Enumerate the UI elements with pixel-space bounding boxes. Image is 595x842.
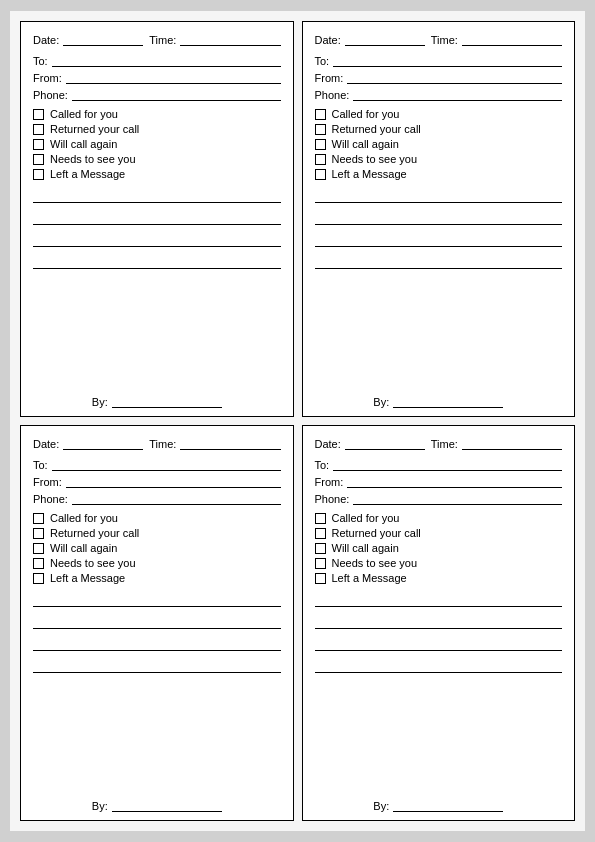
note-line-1[interactable] [315, 615, 563, 629]
checkbox-4[interactable] [315, 573, 326, 584]
to-field[interactable] [333, 53, 562, 67]
checkbox-1[interactable] [315, 124, 326, 135]
note-line-1[interactable] [33, 615, 281, 629]
from-label: From: [315, 476, 344, 488]
checkbox-row-2: Will call again [33, 542, 281, 554]
checkbox-2[interactable] [315, 139, 326, 150]
from-row: From: [33, 70, 281, 84]
by-field[interactable] [112, 798, 222, 812]
by-label: By: [92, 800, 108, 812]
from-field[interactable] [347, 70, 562, 84]
checkbox-4[interactable] [33, 169, 44, 180]
note-line-0[interactable] [315, 189, 563, 203]
note-line-2[interactable] [315, 233, 563, 247]
checkbox-1[interactable] [33, 124, 44, 135]
checkboxes-section: Called for youReturned your callWill cal… [33, 108, 281, 180]
phone-field[interactable] [353, 491, 562, 505]
date-field[interactable] [345, 436, 425, 450]
checkbox-1[interactable] [315, 528, 326, 539]
to-label: To: [33, 55, 48, 67]
checkbox-row-2: Will call again [33, 138, 281, 150]
checkbox-0[interactable] [33, 109, 44, 120]
date-field[interactable] [63, 32, 143, 46]
phone-row: Phone: [315, 491, 563, 505]
note-line-2[interactable] [33, 233, 281, 247]
checkbox-row-1: Returned your call [33, 527, 281, 539]
checkbox-0[interactable] [33, 513, 44, 524]
to-field[interactable] [52, 457, 281, 471]
to-label: To: [33, 459, 48, 471]
phone-row: Phone: [33, 491, 281, 505]
time-field[interactable] [462, 32, 562, 46]
page: Date:Time:To:From:Phone:Called for youRe… [10, 11, 585, 831]
date-section: Date: [33, 436, 143, 450]
checkbox-row-4: Left a Message [315, 168, 563, 180]
checkbox-2[interactable] [315, 543, 326, 554]
to-row: To: [315, 457, 563, 471]
checkbox-row-1: Returned your call [315, 123, 563, 135]
time-field[interactable] [180, 436, 280, 450]
note-line-0[interactable] [33, 593, 281, 607]
note-line-0[interactable] [33, 189, 281, 203]
checkbox-label-1: Returned your call [332, 527, 421, 539]
by-field[interactable] [393, 798, 503, 812]
checkbox-3[interactable] [315, 558, 326, 569]
by-field[interactable] [112, 394, 222, 408]
spacer [33, 272, 281, 387]
checkbox-3[interactable] [33, 154, 44, 165]
from-label: From: [33, 476, 62, 488]
notes-section [33, 189, 281, 269]
slip-4: Date:Time:To:From:Phone:Called for youRe… [302, 425, 576, 821]
checkbox-label-0: Called for you [332, 512, 400, 524]
phone-field[interactable] [72, 491, 281, 505]
checkbox-row-2: Will call again [315, 542, 563, 554]
note-line-3[interactable] [315, 659, 563, 673]
phone-field[interactable] [353, 87, 562, 101]
time-section: Time: [149, 436, 280, 450]
checkbox-3[interactable] [315, 154, 326, 165]
time-field[interactable] [462, 436, 562, 450]
note-line-1[interactable] [315, 211, 563, 225]
date-label: Date: [33, 34, 59, 46]
date-field[interactable] [63, 436, 143, 450]
time-field[interactable] [180, 32, 280, 46]
note-line-2[interactable] [315, 637, 563, 651]
phone-field[interactable] [72, 87, 281, 101]
checkbox-row-3: Needs to see you [315, 153, 563, 165]
date-field[interactable] [345, 32, 425, 46]
from-label: From: [33, 72, 62, 84]
slip-3: Date:Time:To:From:Phone:Called for youRe… [20, 425, 294, 821]
date-section: Date: [33, 32, 143, 46]
time-label: Time: [431, 34, 458, 46]
checkboxes-section: Called for youReturned your callWill cal… [33, 512, 281, 584]
to-row: To: [315, 53, 563, 67]
notes-section [33, 593, 281, 673]
note-line-3[interactable] [33, 659, 281, 673]
checkbox-1[interactable] [33, 528, 44, 539]
note-line-1[interactable] [33, 211, 281, 225]
phone-label: Phone: [33, 493, 68, 505]
spacer [315, 272, 563, 387]
note-line-3[interactable] [315, 255, 563, 269]
checkbox-4[interactable] [315, 169, 326, 180]
from-field[interactable] [66, 70, 281, 84]
checkbox-label-0: Called for you [50, 108, 118, 120]
note-line-0[interactable] [315, 593, 563, 607]
note-line-2[interactable] [33, 637, 281, 651]
checkbox-0[interactable] [315, 109, 326, 120]
checkbox-label-3: Needs to see you [50, 153, 136, 165]
to-field[interactable] [52, 53, 281, 67]
checkbox-3[interactable] [33, 558, 44, 569]
by-field[interactable] [393, 394, 503, 408]
checkbox-0[interactable] [315, 513, 326, 524]
from-field[interactable] [66, 474, 281, 488]
checkbox-2[interactable] [33, 543, 44, 554]
note-line-3[interactable] [33, 255, 281, 269]
to-field[interactable] [333, 457, 562, 471]
checkbox-2[interactable] [33, 139, 44, 150]
time-section: Time: [431, 436, 562, 450]
to-label: To: [315, 459, 330, 471]
from-field[interactable] [347, 474, 562, 488]
checkbox-label-2: Will call again [332, 138, 399, 150]
checkbox-4[interactable] [33, 573, 44, 584]
